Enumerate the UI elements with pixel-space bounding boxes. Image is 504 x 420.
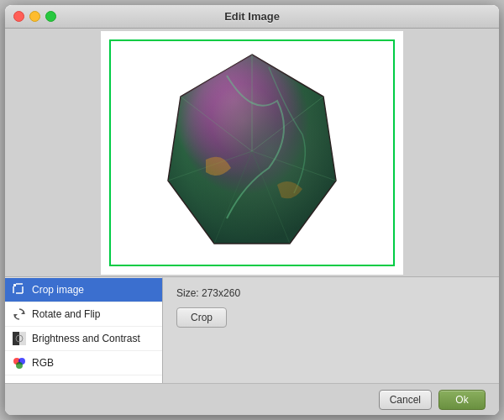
crop-apply-button[interactable]: Crop [176, 307, 227, 328]
maximize-button[interactable] [45, 11, 56, 22]
image-canvas [101, 31, 403, 275]
window-title: Edit Image [224, 10, 280, 23]
bottom-panel: Crop image Rotate and Flip [5, 276, 499, 415]
close-button[interactable] [13, 11, 24, 22]
title-bar: Edit Image [5, 5, 499, 29]
svg-point-22 [16, 362, 23, 369]
tool-list: Crop image Rotate and Flip [5, 277, 163, 383]
brightness-icon [12, 331, 27, 346]
minimize-button[interactable] [29, 11, 40, 22]
traffic-lights [5, 11, 56, 22]
action-bar: Cancel Ok [5, 383, 499, 415]
svg-rect-10 [13, 284, 16, 286]
gemstone-image [160, 50, 344, 255]
rotate-icon [12, 307, 27, 322]
image-area [5, 29, 499, 276]
edit-image-window: Edit Image [5, 5, 499, 415]
svg-marker-16 [14, 314, 18, 318]
tool-label-rgb: RGB [32, 357, 54, 369]
tool-item-hsv[interactable]: HSV [5, 375, 162, 383]
tool-item-rgb[interactable]: RGB [5, 351, 162, 375]
ok-button[interactable]: Ok [438, 390, 486, 410]
bottom-main: Crop image Rotate and Flip [5, 277, 499, 383]
gemstone-svg [160, 50, 344, 252]
tool-label-brightness: Brightness and Contrast [32, 333, 140, 344]
tool-options: Size: 273x260 Crop [163, 277, 499, 383]
crop-icon [12, 282, 27, 297]
image-size-label: Size: 273x260 [176, 287, 486, 299]
tool-label-crop: Crop image [32, 284, 84, 296]
tool-item-brightness-contrast[interactable]: Brightness and Contrast [5, 327, 162, 351]
tool-item-crop-image[interactable]: Crop image [5, 278, 162, 302]
tool-label-rotate: Rotate and Flip [32, 308, 100, 320]
main-content: Crop image Rotate and Flip [5, 29, 499, 415]
rgb-icon [12, 355, 27, 370]
tool-item-rotate-flip[interactable]: Rotate and Flip [5, 302, 162, 327]
cancel-button[interactable]: Cancel [379, 390, 432, 410]
svg-marker-15 [21, 311, 24, 314]
